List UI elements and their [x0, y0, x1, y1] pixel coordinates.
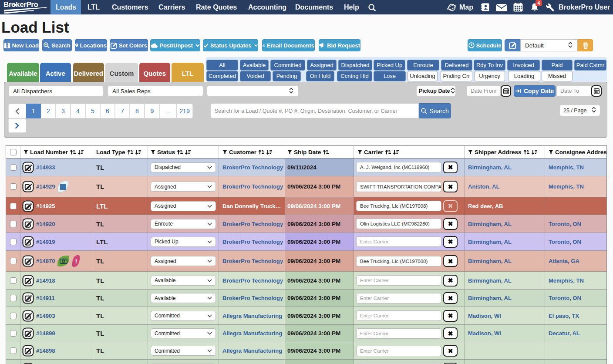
svg-text:BrokerPro: BrokerPro	[3, 0, 38, 9]
